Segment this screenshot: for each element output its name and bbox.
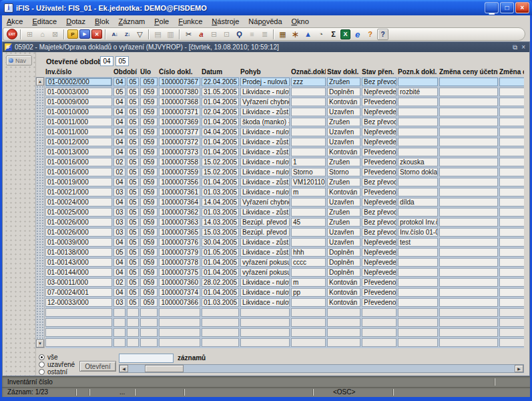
cell[interactable]: 01-00013/000 [45,148,112,156]
cell[interactable]: 059 [140,148,158,156]
cell[interactable]: 05 [127,98,139,106]
cell[interactable]: 059 [140,278,158,287]
cell[interactable] [398,318,438,327]
cell[interactable] [439,318,498,327]
cell[interactable]: 1000007365 [159,228,200,237]
cell[interactable]: 01-00026/000 [45,228,112,237]
cell[interactable]: 07-00024/001 [45,288,112,297]
cell[interactable]: Uzavřen [327,238,360,247]
menu-akce[interactable]: Akce [2,17,27,26]
cell[interactable]: 05 [127,118,139,126]
cell[interactable]: Storno [327,168,360,176]
cell[interactable]: 1000007378 [159,258,200,267]
cell[interactable]: 1000007375 [159,268,200,277]
table-row[interactable]: 01-00016/0000205059100000735915.02.2005L… [45,168,524,176]
cell[interactable]: 1000007369 [159,118,200,126]
cell[interactable]: 01-00024/000 [45,198,112,207]
navigator-icon[interactable]: ▦ [277,29,288,40]
cell[interactable] [291,138,326,146]
cell[interactable] [398,268,438,277]
cell[interactable]: 04 [113,118,125,126]
cell[interactable]: Zrušen [327,178,360,186]
form-restore-button[interactable]: ⧉ [511,43,519,51]
record-scrollbar[interactable]: ▲ ▼ [35,77,45,348]
cell[interactable] [398,188,438,196]
table-row[interactable] [45,328,524,337]
cell[interactable]: Zrušen [327,158,360,166]
help-icon[interactable]: ? [377,29,388,40]
cell[interactable]: 01-00016/000 [45,168,112,176]
cell[interactable] [499,258,524,267]
cell[interactable] [291,128,326,136]
cell[interactable] [202,318,239,327]
cell[interactable]: 059 [140,88,158,96]
cell[interactable]: 01-00025/000 [45,208,112,217]
cell[interactable] [499,218,524,227]
period-field-2[interactable] [115,56,129,66]
cell[interactable]: Kontován [327,278,360,287]
cell[interactable] [499,308,524,317]
cell[interactable] [291,328,326,337]
cell[interactable]: 04 [113,128,125,136]
cell[interactable]: 31.05.2005 [202,88,239,96]
cell[interactable]: 059 [140,188,158,196]
table-row[interactable]: 01-00138/0000505059100000737901.05.2005L… [45,248,524,257]
cell[interactable]: 30.04.2005 [202,238,239,247]
cell[interactable] [291,198,326,207]
cell[interactable]: hhh [291,248,326,257]
cell[interactable] [140,318,158,327]
table-row[interactable]: 01-00026/0000305059100000736515.03.2005B… [45,228,524,237]
cell[interactable] [499,278,524,287]
cell[interactable]: 059 [140,178,158,186]
cell[interactable]: 04 [113,268,125,277]
cell[interactable] [240,328,290,337]
cell[interactable]: VM120110 [291,178,326,186]
cell[interactable]: 05 [127,148,139,156]
cell[interactable]: Doplněn [327,248,360,257]
cell[interactable]: 04 [113,138,125,146]
cell[interactable] [398,128,438,136]
cell[interactable]: Likvidace - zůst.c [240,108,290,116]
cell[interactable] [398,258,438,267]
cell[interactable]: 1000007356 [159,178,200,186]
cell[interactable]: test [398,238,438,247]
cut-icon[interactable]: ✂ [183,29,194,40]
clock-icon[interactable]: ◔ [315,29,326,40]
cell[interactable] [202,328,239,337]
cell[interactable]: 05 [127,208,139,217]
cell[interactable]: 1000007373 [159,148,200,156]
cell[interactable] [113,318,125,327]
cell[interactable] [499,178,524,186]
cell[interactable] [398,248,438,257]
cell[interactable]: Bez převodu d [362,78,396,86]
cell[interactable]: škoda (manko) - r [240,118,290,126]
cell[interactable]: 1000007380 [159,88,200,96]
cell[interactable] [159,338,200,347]
cell[interactable] [291,88,326,96]
cell[interactable]: 01.04.2005 [202,98,239,106]
cell[interactable]: 059 [140,138,158,146]
cell[interactable]: 01-00019/000 [45,178,112,186]
cell[interactable] [398,178,438,186]
cell[interactable]: Vyřazení chybně [240,198,290,207]
cell[interactable]: Zrušen [327,78,360,86]
cell[interactable]: 04 [113,78,125,86]
cell[interactable] [127,318,139,327]
cell[interactable]: 059 [140,198,158,207]
cell[interactable] [140,328,158,337]
cell[interactable] [499,238,524,247]
cell[interactable] [499,158,524,166]
cell[interactable]: 03 [113,298,125,307]
cell[interactable] [362,328,396,337]
cell[interactable]: 1000007363 [159,218,200,227]
cell[interactable]: 1000007364 [159,198,200,207]
cell[interactable]: 03 [113,218,125,227]
cell[interactable] [327,308,360,317]
cell[interactable]: Převedeno [362,98,396,106]
table-row[interactable]: 03-00011/0000205059100000736028.02.2005L… [45,278,524,287]
horizontal-scrollbar[interactable]: ◀ ▶ [119,364,524,373]
cell[interactable]: 05 [127,178,139,186]
menu-funkce[interactable]: Funkce [174,17,207,26]
cell[interactable]: cccc [291,258,326,267]
cell[interactable]: 01.04.2005 [202,118,239,126]
